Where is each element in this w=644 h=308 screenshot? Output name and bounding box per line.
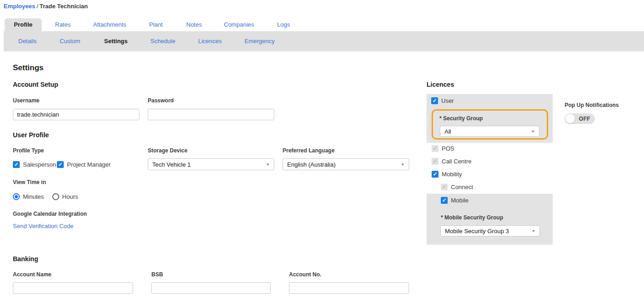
google-calendar-label: Google Calendar Integration (13, 211, 87, 217)
account-setup-heading: Account Setup (13, 81, 58, 88)
password-input[interactable] (148, 109, 274, 120)
user-label: User (441, 97, 454, 104)
view-time-label: View Time in (13, 179, 46, 185)
mobile-label: Mobile (451, 197, 468, 204)
check-icon: ✓ (442, 198, 446, 203)
checkbox-disabled-icon: ✓ (432, 158, 439, 165)
bsb-label: BSB (151, 271, 163, 278)
salesperson-label: Salesperson (23, 161, 56, 168)
send-verification-code-link[interactable]: Send Verification Code (13, 223, 73, 230)
toggle-state-label: OFF (579, 116, 590, 122)
mobile-checkbox[interactable]: ✓ Mobile (441, 197, 468, 204)
checkbox-checked-icon: ✓ (441, 197, 448, 204)
account-no-label: Account No. (289, 271, 322, 278)
bsb-input[interactable] (151, 282, 271, 294)
chevron-down-icon: ▼ (531, 229, 536, 233)
call-centre-checkbox: ✓ Call Centre (432, 158, 472, 165)
popup-notifications-toggle[interactable]: OFF (565, 113, 595, 124)
checkbox-checked-icon: ✓ (13, 161, 20, 168)
security-group-label: * Security Group (439, 115, 483, 122)
security-group-value: All (444, 128, 451, 135)
password-label: Password (148, 97, 174, 104)
checkbox-disabled-icon: ✓ (432, 145, 439, 152)
mobile-security-group-value: Mobile Security Group 3 (445, 228, 509, 235)
subtab-settings[interactable]: Settings (104, 31, 128, 51)
subtab-details[interactable]: Details (18, 31, 37, 51)
chevron-down-icon: ▼ (266, 162, 270, 167)
check-icon: ✓ (442, 185, 446, 190)
radio-unselected-icon (52, 193, 59, 200)
view-time-radio-group: Minutes Hours (13, 193, 78, 200)
check-icon: ✓ (433, 98, 437, 103)
toggle-knob (565, 114, 575, 123)
connect-label: Connect (451, 184, 473, 190)
account-name-input[interactable] (13, 282, 133, 294)
checkbox-disabled-icon: ✓ (441, 184, 448, 190)
employee-settings-page: Employees/Trade Technician Profile Rates… (0, 0, 644, 308)
preferred-language-label: Preferred Language (283, 147, 334, 154)
check-icon: ✓ (14, 162, 18, 167)
check-icon: ✓ (433, 146, 437, 151)
breadcrumb-employees-link[interactable]: Employees (4, 3, 35, 10)
pos-label: POS (442, 145, 454, 152)
security-group-select[interactable]: All ▼ (440, 126, 539, 137)
check-icon: ✓ (58, 162, 62, 167)
minutes-label: Minutes (23, 193, 44, 200)
project-manager-checkbox[interactable]: ✓ Project Manager (57, 161, 111, 168)
licences-heading: Licences (427, 81, 454, 88)
chevron-down-icon: ▼ (531, 129, 535, 134)
username-input[interactable] (13, 109, 139, 120)
connect-checkbox: ✓ Connect (441, 184, 473, 190)
account-no-input[interactable] (289, 282, 409, 294)
profile-subtab-bar: Details Custom Settings Schedule Licence… (4, 31, 644, 51)
minutes-radio[interactable]: Minutes (13, 193, 44, 200)
page-title: Settings (13, 63, 44, 73)
mobility-checkbox[interactable]: ✓ Mobility (432, 171, 462, 178)
user-profile-heading: User Profile (13, 131, 49, 139)
checkbox-checked-icon: ✓ (57, 161, 64, 168)
check-icon: ✓ (433, 159, 437, 164)
checkbox-checked-icon: ✓ (432, 171, 439, 178)
subtab-licences[interactable]: Licences (198, 31, 222, 51)
tab-companies[interactable]: Companies (224, 18, 254, 31)
pos-checkbox: ✓ POS (432, 145, 454, 152)
preferred-language-select[interactable]: English (Australia) ▼ (283, 158, 409, 170)
mobile-security-group-label: * Mobile Security Group (441, 214, 503, 221)
mobile-security-group-select[interactable]: Mobile Security Group 3 ▼ (440, 225, 540, 236)
chevron-down-icon: ▼ (400, 162, 405, 167)
banking-heading: Banking (13, 255, 38, 263)
storage-device-value: Tech Vehicle 1 (152, 161, 191, 168)
storage-device-label: Storage Device (148, 147, 188, 154)
subtab-schedule[interactable]: Schedule (150, 31, 175, 51)
radio-selected-icon (13, 193, 20, 200)
popup-notifications-label: Pop Up Notifications (565, 102, 619, 108)
breadcrumb: Employees/Trade Technician (4, 3, 88, 10)
storage-device-select[interactable]: Tech Vehicle 1 ▼ (148, 158, 274, 170)
tab-profile[interactable]: Profile (5, 18, 42, 31)
breadcrumb-separator: / (35, 3, 40, 10)
hours-radio[interactable]: Hours (52, 193, 78, 200)
preferred-language-value: English (Australia) (287, 161, 336, 168)
subtab-custom[interactable]: Custom (60, 31, 80, 51)
checkbox-checked-icon: ✓ (431, 97, 438, 104)
main-tab-bar: Profile Rates Attachments Plant Notes Co… (4, 18, 644, 31)
account-name-label: Account Name (13, 271, 51, 278)
tab-notes[interactable]: Notes (186, 18, 202, 31)
project-manager-label: Project Manager (67, 161, 111, 168)
mobility-label: Mobility (442, 171, 462, 178)
tab-logs[interactable]: Logs (277, 18, 290, 31)
tab-rates[interactable]: Rates (55, 18, 71, 31)
salesperson-checkbox[interactable]: ✓ Salesperson (13, 161, 56, 168)
hours-label: Hours (62, 193, 78, 200)
tab-plant[interactable]: Plant (149, 18, 163, 31)
check-icon: ✓ (433, 172, 437, 177)
profile-type-label: Profile Type (13, 147, 44, 154)
tab-attachments[interactable]: Attachments (93, 18, 126, 31)
username-label: Username (13, 97, 39, 104)
call-centre-label: Call Centre (442, 158, 472, 165)
user-checkbox[interactable]: ✓ User (431, 97, 454, 104)
subtab-emergency[interactable]: Emergency (244, 31, 275, 51)
breadcrumb-current: Trade Technician (39, 3, 88, 10)
